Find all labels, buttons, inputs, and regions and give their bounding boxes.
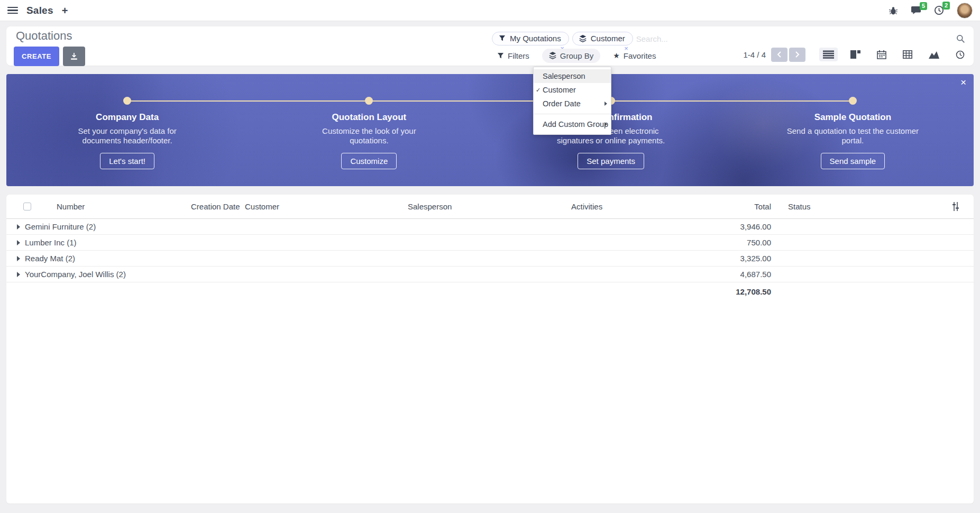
expand-caret-icon	[17, 256, 20, 261]
column-header-total[interactable]: Total	[692, 202, 771, 211]
onboarding-banner: × Company Data Set your company's data f…	[6, 74, 974, 186]
menu-item-label: Customer	[543, 86, 576, 94]
filter-funnel-icon	[499, 35, 506, 42]
column-header-salesperson[interactable]: Salesperson	[408, 202, 452, 211]
expand-caret-icon	[17, 224, 20, 230]
app-name-sales[interactable]: Sales	[26, 5, 53, 16]
pivot-view-button[interactable]	[899, 48, 916, 61]
activity-view-button[interactable]	[952, 48, 968, 62]
grand-total-row: 12,708.50	[6, 282, 974, 300]
list-view-icon	[823, 50, 834, 59]
list-view-button[interactable]	[819, 48, 838, 61]
column-header-number[interactable]: Number	[57, 202, 85, 211]
column-header-activities[interactable]: Activities	[571, 202, 602, 211]
select-all-checkbox[interactable]	[23, 203, 31, 210]
facet-label: Customer	[591, 34, 625, 43]
page-title: Quotations	[16, 29, 72, 43]
expand-caret-icon	[17, 240, 20, 245]
favorites-button[interactable]: ★ Favorites	[613, 51, 656, 60]
check-icon: ✓	[536, 87, 541, 94]
filters-label: Filters	[508, 51, 529, 60]
menu-item-add-custom-group[interactable]: Add Custom Group	[534, 117, 611, 131]
chevron-right-icon	[795, 51, 800, 58]
group-by-menu: Salesperson ✓ Customer Order Date Add Cu…	[533, 67, 611, 135]
filters-button[interactable]: Filters	[497, 51, 529, 60]
column-header-creation-date[interactable]: Creation Date	[191, 202, 240, 211]
messages-button[interactable]: 5	[911, 6, 921, 15]
group-total: 4,687.50	[692, 270, 771, 279]
add-tab-button[interactable]: +	[62, 5, 68, 16]
submenu-caret-icon	[605, 102, 607, 106]
group-row-ready-mat[interactable]: Ready Mat (2) 3,325.00	[6, 251, 974, 267]
menu-item-order-date[interactable]: Order Date	[534, 97, 611, 111]
optional-columns-icon[interactable]	[951, 202, 960, 211]
step-title: Quotation Layout	[248, 112, 490, 123]
step-title: Company Data	[6, 112, 248, 123]
calendar-view-icon	[877, 50, 886, 59]
group-row-yourcompany-joel-willis[interactable]: YourCompany, Joel Willis (2) 4,687.50	[6, 267, 974, 282]
column-header-status[interactable]: Status	[788, 202, 811, 211]
graph-view-icon	[929, 51, 939, 59]
facet-label: My Quotations	[510, 34, 561, 43]
view-switcher	[819, 48, 968, 62]
favorites-label: Favorites	[624, 51, 656, 60]
activity-view-icon	[956, 50, 965, 59]
onboarding-step-company-data: Company Data Set your company's data for…	[6, 74, 248, 169]
layers-icon	[579, 35, 587, 42]
customize-button[interactable]: Customize	[341, 153, 397, 169]
onboarding-step-quotation-layout: Quotation Layout Customize the look of y…	[248, 74, 490, 169]
group-row-lumber-inc[interactable]: Lumber Inc (1) 750.00	[6, 235, 974, 251]
layers-icon	[549, 52, 556, 59]
graph-view-button[interactable]	[925, 48, 943, 61]
pivot-view-icon	[903, 50, 912, 59]
menu-item-salesperson[interactable]: Salesperson	[534, 69, 611, 83]
step-dot	[365, 97, 373, 105]
close-icon[interactable]: ×	[960, 77, 966, 87]
set-payments-button[interactable]: Set payments	[578, 153, 644, 169]
onboarding-step-sample-quotation: Sample Quotation Send a quotation to tes…	[732, 74, 974, 169]
calendar-view-button[interactable]	[873, 48, 890, 62]
group-label: YourCompany, Joel Willis (2)	[25, 270, 126, 279]
menu-item-customer[interactable]: ✓ Customer	[534, 83, 611, 97]
export-button[interactable]	[63, 47, 85, 66]
activities-button[interactable]: 2	[934, 5, 944, 15]
send-sample-button[interactable]: Send sample	[821, 153, 885, 169]
kanban-view-icon	[850, 50, 860, 59]
group-total: 3,325.00	[692, 254, 771, 263]
step-dot	[123, 97, 131, 105]
lets-start-button[interactable]: Let's start!	[100, 153, 154, 169]
group-by-label: Group By	[560, 51, 593, 60]
group-row-gemini-furniture[interactable]: Gemini Furniture (2) 3,946.00	[6, 219, 974, 235]
group-label: Lumber Inc (1)	[25, 238, 77, 247]
star-icon: ★	[613, 52, 620, 59]
column-header-customer[interactable]: Customer	[245, 202, 279, 211]
step-description: Set your company's data for documents he…	[61, 126, 194, 146]
top-navbar: Sales + 5 2	[0, 0, 980, 21]
bug-icon[interactable]	[889, 6, 898, 15]
step-title: Sample Quotation	[732, 112, 974, 123]
pager-next-button[interactable]	[789, 48, 805, 62]
search-bar: My Quotations × Customer ×	[492, 31, 965, 46]
group-label: Gemini Furniture (2)	[25, 222, 96, 231]
grand-total-value: 12,708.50	[692, 287, 771, 296]
user-avatar[interactable]	[957, 3, 973, 19]
quotations-list: Number Creation Date Customer Salesperso…	[6, 195, 974, 503]
kanban-view-button[interactable]	[847, 48, 864, 61]
search-input[interactable]	[636, 34, 953, 43]
search-facet-my-quotations: My Quotations ×	[492, 32, 569, 45]
pager-previous-button[interactable]	[771, 48, 787, 62]
expand-caret-icon	[17, 272, 20, 277]
menu-item-label: Order Date	[543, 99, 581, 108]
filter-funnel-icon	[497, 52, 504, 59]
create-button[interactable]: CREATE	[14, 47, 59, 66]
menu-item-label: Salesperson	[543, 72, 585, 80]
search-icon[interactable]	[956, 34, 965, 43]
submenu-caret-icon	[605, 122, 607, 126]
list-header-row: Number Creation Date Customer Salesperso…	[6, 195, 974, 219]
group-by-button[interactable]: Group By	[542, 49, 600, 63]
search-facet-customer: Customer ×	[572, 32, 633, 45]
step-dot	[849, 97, 857, 105]
menu-separator	[534, 114, 611, 114]
apps-hamburger-icon[interactable]	[7, 7, 18, 14]
activities-badge: 2	[942, 2, 950, 10]
